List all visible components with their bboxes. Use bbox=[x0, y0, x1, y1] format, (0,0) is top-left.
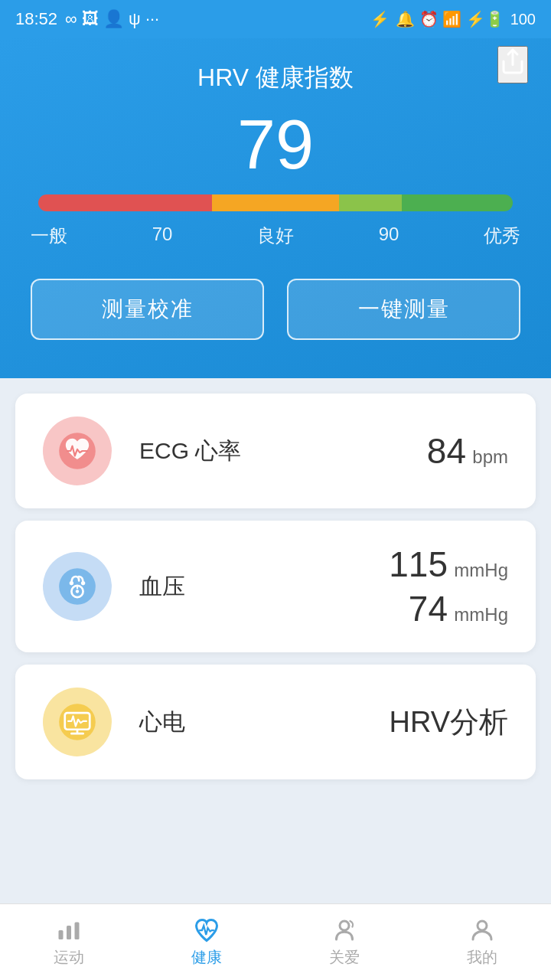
svg-point-16 bbox=[478, 921, 487, 930]
nav-care[interactable]: 关爱 bbox=[276, 909, 413, 975]
hero-score: 79 bbox=[237, 110, 314, 179]
svg-rect-13 bbox=[67, 926, 71, 939]
bp-diastolic-unit: mmHg bbox=[454, 604, 508, 625]
bar-segment-green bbox=[402, 194, 513, 211]
signal-icons: 🔔 ⏰ 📶 ⚡🔋 bbox=[396, 10, 504, 28]
bottom-nav: 运动 健康 关爱 我的 bbox=[0, 903, 551, 980]
ecg-icon-wrap bbox=[43, 416, 112, 485]
mine-icon bbox=[468, 916, 496, 944]
label-excellent: 优秀 bbox=[484, 224, 520, 248]
nav-care-label: 关爱 bbox=[329, 947, 360, 968]
svg-point-5 bbox=[81, 581, 85, 585]
status-bar: 18:52 ∞ 🖼 👤 ψ ··· ⚡ 🔔 ⏰ 📶 ⚡🔋 100 bbox=[0, 0, 551, 38]
label-70: 70 bbox=[152, 224, 173, 248]
status-bar-left: 18:52 ∞ 🖼 👤 ψ ··· bbox=[15, 9, 159, 29]
nav-exercise[interactable]: 运动 bbox=[0, 909, 138, 975]
nav-mine[interactable]: 我的 bbox=[413, 909, 551, 975]
exercise-icon bbox=[55, 916, 83, 944]
ecg-heart-icon bbox=[57, 431, 97, 471]
bar-segment-yellow bbox=[212, 194, 338, 211]
score-arrow: ▼ bbox=[259, 190, 274, 207]
svg-rect-14 bbox=[75, 923, 80, 940]
score-indicator: ▼ bbox=[38, 194, 513, 211]
hero-section: HRV 健康指数 79 ▼ 一般 70 良好 90 优秀 测量校准 一键测量 bbox=[0, 38, 551, 378]
svg-point-4 bbox=[70, 581, 73, 585]
hrv-icon-wrap bbox=[43, 688, 112, 756]
ecg-hrv-card[interactable]: 心电 HRV分析 bbox=[15, 665, 536, 779]
bp-systolic-unit: mmHg bbox=[454, 560, 508, 580]
bar-segment-lightgreen bbox=[339, 194, 403, 211]
share-button[interactable] bbox=[497, 46, 528, 83]
ecg-heartrate-card[interactable]: ECG 心率 84 bpm bbox=[15, 394, 536, 508]
ecg-value: 84 bpm bbox=[427, 430, 508, 472]
hrv-label: 心电 bbox=[139, 707, 389, 738]
bp-diastolic-big: 74 bbox=[409, 589, 448, 629]
nav-health[interactable]: 健康 bbox=[138, 909, 276, 975]
monitor-ecg-icon bbox=[57, 702, 97, 742]
score-labels: 一般 70 良好 90 优秀 bbox=[31, 224, 520, 248]
svg-point-7 bbox=[76, 590, 79, 593]
label-general: 一般 bbox=[31, 224, 67, 248]
status-time: 18:52 bbox=[15, 9, 57, 29]
label-good: 良好 bbox=[257, 224, 294, 248]
bp-diastolic: 74 mmHg bbox=[409, 588, 508, 629]
bp-icon-wrap bbox=[43, 552, 112, 621]
bar-segment-red bbox=[38, 194, 212, 211]
hero-buttons: 测量校准 一键测量 bbox=[31, 279, 520, 340]
nav-exercise-label: 运动 bbox=[54, 947, 84, 968]
battery-level: 100 bbox=[510, 11, 536, 28]
ecg-label: ECG 心率 bbox=[139, 436, 427, 467]
calibrate-button[interactable]: 测量校准 bbox=[31, 279, 264, 340]
ecg-value-big: 84 bbox=[427, 431, 466, 471]
bp-systolic: 115 mmHg bbox=[389, 544, 508, 585]
status-icons: ∞ 🖼 👤 ψ ··· bbox=[65, 9, 159, 29]
bp-label: 血压 bbox=[139, 571, 389, 603]
ecg-value-unit: bpm bbox=[472, 446, 508, 467]
bluetooth-icon: ⚡ bbox=[370, 10, 390, 28]
cards-section: ECG 心率 84 bpm 血压 115 mmHg bbox=[0, 378, 551, 980]
bp-value: 115 mmHg 74 mmHg bbox=[389, 544, 508, 629]
nav-mine-label: 我的 bbox=[467, 947, 497, 968]
care-icon bbox=[331, 916, 358, 944]
hero-title: HRV 健康指数 bbox=[197, 61, 354, 95]
hrv-value-big: HRV分析 bbox=[389, 706, 508, 738]
status-bar-right: ⚡ 🔔 ⏰ 📶 ⚡🔋 100 bbox=[370, 10, 536, 28]
measure-button[interactable]: 一键测量 bbox=[287, 279, 520, 340]
svg-rect-12 bbox=[59, 930, 64, 939]
blood-pressure-card[interactable]: 血压 115 mmHg 74 mmHg bbox=[15, 521, 536, 652]
svg-point-15 bbox=[340, 921, 349, 930]
stethoscope-icon bbox=[57, 567, 97, 606]
hrv-value: HRV分析 bbox=[389, 703, 508, 742]
nav-health-label: 健康 bbox=[191, 947, 222, 968]
bp-systolic-big: 115 bbox=[389, 544, 448, 584]
label-90: 90 bbox=[379, 224, 399, 248]
health-icon bbox=[193, 916, 220, 944]
score-bar bbox=[38, 194, 513, 211]
